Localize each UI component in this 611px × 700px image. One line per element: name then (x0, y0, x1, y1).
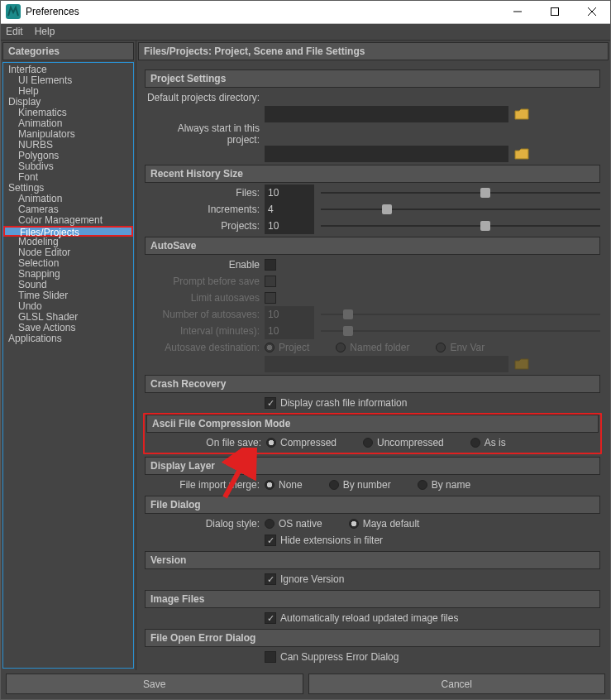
ascii-asis-radio[interactable] (470, 438, 480, 448)
app-icon (6, 4, 21, 19)
section-display-layer: Display Layer (145, 457, 600, 475)
label-dialog-maya-default: Maya default (363, 518, 420, 530)
minimize-button[interactable] (499, 1, 536, 23)
autosave-prompt-checkbox (265, 276, 276, 287)
label-autosave-dest: Autosave destination: (145, 342, 265, 353)
label-always-start-project: Always start in this project: (145, 122, 265, 146)
menu-bar: Edit Help (1, 24, 610, 41)
recent-files-slider[interactable] (321, 185, 600, 200)
suppress-error-dialog-checkbox[interactable] (265, 651, 276, 663)
label-recent-increments: Increments: (145, 204, 265, 215)
content-scroll[interactable]: Project Settings Default projects direct… (138, 60, 609, 669)
auto-reload-images-checkbox[interactable] (265, 612, 276, 624)
autosave-dest-env-radio (436, 343, 446, 352)
autosave-number-slider (321, 307, 600, 322)
category-item-applications[interactable]: Applications (3, 333, 133, 344)
always-start-project-input[interactable] (265, 146, 508, 162)
categories-header: Categories (2, 42, 134, 60)
section-image-files: Image Files (145, 590, 600, 608)
content-panel: Files/Projects: Project, Scene and File … (136, 41, 610, 670)
main-area: Categories InterfaceUI ElementsHelpDispl… (1, 41, 610, 670)
recent-projects-input[interactable] (265, 218, 314, 234)
title-bar: Preferences (1, 1, 610, 24)
label-file-import-merge: File import merge: (145, 479, 265, 491)
categories-list: InterfaceUI ElementsHelpDisplayKinematic… (2, 62, 134, 669)
autosave-number-input (265, 306, 314, 323)
cancel-button[interactable]: Cancel (308, 674, 606, 694)
content-header: Files/Projects: Project, Scene and File … (138, 42, 609, 60)
section-project-settings: Project Settings (145, 70, 600, 88)
recent-files-input[interactable] (265, 185, 314, 201)
ascii-compressed-radio[interactable] (266, 438, 276, 448)
label-autosave-enable: Enable (145, 259, 265, 271)
label-dialog-style: Dialog style: (145, 518, 265, 530)
label-ascii-compressed: Compressed (280, 437, 337, 448)
hide-extensions-checkbox[interactable] (265, 535, 276, 546)
dialog-maya-default-radio[interactable] (349, 519, 359, 529)
ascii-uncompressed-radio[interactable] (363, 438, 373, 448)
label-dialog-os-native: OS native (279, 518, 322, 530)
label-autosave-prompt: Prompt before save (145, 276, 265, 287)
dialog-os-native-radio[interactable] (265, 519, 274, 529)
label-hide-extensions: Hide extensions in filter (280, 535, 383, 546)
highlight-ascii-compression: Ascii File Compression Mode On file save… (143, 413, 602, 454)
label-default-projects-dir: Default projects directory: (145, 92, 265, 103)
label-autosave-number: Number of autosaves: (145, 309, 265, 320)
window-title: Preferences (26, 6, 499, 17)
label-recent-files: Files: (145, 187, 265, 199)
merge-by-number-radio[interactable] (329, 480, 339, 490)
ignore-version-checkbox[interactable] (265, 573, 276, 585)
section-crash-recovery: Crash Recovery (145, 375, 600, 393)
autosave-interval-slider (321, 324, 600, 338)
label-merge-by-number: By number (343, 479, 391, 491)
crash-display-info-checkbox[interactable] (265, 397, 276, 409)
category-item-color-management[interactable]: Color Management (3, 215, 133, 226)
maximize-button[interactable] (536, 1, 573, 23)
label-ascii-uncompressed: Uncompressed (377, 437, 444, 448)
recent-increments-slider[interactable] (321, 202, 600, 217)
label-dest-project: Project (279, 342, 309, 353)
label-dest-named: Named folder (350, 342, 409, 353)
autosave-limit-checkbox (265, 292, 276, 304)
browse-autosave-folder-button (513, 357, 530, 371)
preferences-window: Preferences Edit Help Categories Interfa… (0, 0, 611, 700)
section-file-open-error: File Open Error Dialog (145, 629, 600, 647)
label-autosave-interval: Interval (minutes): (145, 325, 265, 337)
svg-rect-2 (551, 8, 558, 16)
label-ascii-asis: As is (485, 437, 506, 448)
autosave-interval-input (265, 323, 314, 339)
browse-default-dir-button[interactable] (513, 108, 530, 121)
section-autosave: AutoSave (145, 237, 600, 255)
categories-panel: Categories InterfaceUI ElementsHelpDispl… (1, 41, 136, 670)
close-button[interactable] (573, 1, 610, 23)
window-controls (499, 1, 610, 23)
section-version: Version (145, 551, 600, 569)
label-dest-env: Env Var (450, 342, 485, 353)
menu-edit[interactable]: Edit (6, 26, 23, 37)
save-button[interactable]: Save (6, 674, 303, 694)
recent-projects-slider[interactable] (321, 218, 600, 233)
label-auto-reload-images: Automatically reload updated image files (280, 612, 458, 624)
section-ascii-compression: Ascii File Compression Mode (146, 415, 599, 433)
label-merge-by-name: By name (432, 479, 470, 491)
merge-none-radio[interactable] (265, 480, 274, 490)
browse-start-project-button[interactable] (513, 147, 530, 161)
label-recent-projects: Projects: (145, 220, 265, 232)
merge-by-name-radio[interactable] (418, 480, 427, 490)
autosave-enable-checkbox[interactable] (265, 259, 276, 271)
menu-help[interactable]: Help (35, 26, 55, 37)
label-crash-display-info: Display crash file information (280, 397, 407, 409)
default-projects-dir-input[interactable] (265, 106, 508, 122)
autosave-dest-named-radio (336, 343, 346, 352)
label-suppress-error: Can Suppress Error Dialog (280, 651, 399, 663)
section-file-dialog: File Dialog (145, 496, 600, 514)
footer: Save Cancel (1, 670, 610, 699)
label-autosave-limit: Limit autosaves (145, 292, 265, 304)
autosave-folder-input (265, 356, 508, 372)
autosave-dest-project-radio (265, 343, 274, 352)
section-recent-history: Recent History Size (145, 165, 600, 183)
label-merge-none: None (279, 479, 303, 491)
label-on-file-save: On file save: (146, 437, 266, 448)
label-ignore-version: Ignore Version (280, 573, 344, 585)
recent-increments-input[interactable] (265, 201, 314, 218)
